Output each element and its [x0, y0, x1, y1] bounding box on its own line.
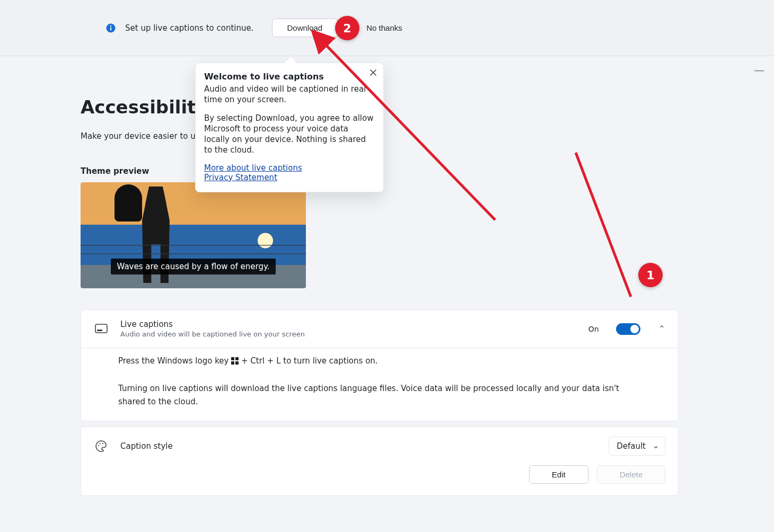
detail-text: + Ctrl + L to turn live captions on.: [241, 356, 378, 366]
theme-preview: Waves are caused by a flow of energy.: [81, 182, 306, 288]
toggle-state-label: On: [588, 325, 599, 333]
popover-title: Welcome to live captions: [204, 72, 375, 82]
svg-rect-3: [95, 324, 107, 333]
download-button[interactable]: Download: [272, 19, 338, 37]
svg-rect-1: [110, 27, 111, 30]
annotation-step-2: 2: [335, 16, 359, 40]
svg-point-9: [98, 445, 99, 446]
live-captions-toggle[interactable]: [616, 323, 640, 335]
banner-text: Set up live captions to continue.: [125, 23, 254, 33]
privacy-link[interactable]: Privacy Statement: [204, 173, 375, 182]
caption-style-select[interactable]: Default: [609, 437, 665, 456]
no-thanks-button[interactable]: No thanks: [351, 19, 417, 37]
preview-caption: Waves are caused by a flow of energy.: [111, 259, 276, 274]
preview-railing: [81, 253, 306, 254]
close-icon[interactable]: [370, 68, 377, 78]
svg-rect-5: [231, 357, 234, 360]
annotation-step-1: 1: [638, 263, 663, 287]
detail-text: Turning on live captions will download t…: [118, 382, 641, 409]
select-value: Default: [617, 441, 646, 451]
detail-text: Press the Windows logo key: [118, 356, 228, 366]
palette-icon: [94, 440, 109, 452]
theme-preview-label: Theme preview: [81, 166, 753, 176]
breadcrumb: Accessibility ›: [81, 96, 753, 118]
page-title: Accessibility: [81, 96, 208, 118]
caption-style-title: Caption style: [120, 441, 597, 451]
live-captions-details: Press the Windows logo key + Ctrl + L to…: [81, 348, 678, 421]
popover-text: Audio and video will be captioned in rea…: [204, 84, 375, 105]
windows-key-icon: [231, 356, 239, 369]
live-captions-title: Live captions: [120, 320, 577, 329]
svg-rect-4: [97, 330, 102, 331]
live-captions-desc: Audio and video will be captioned live o…: [120, 330, 577, 338]
svg-point-11: [102, 442, 103, 444]
popover-text: By selecting Download, you agree to allo…: [204, 113, 375, 156]
welcome-popover: Welcome to live captions Audio and video…: [195, 63, 384, 192]
chevron-up-icon[interactable]: ⌃: [658, 324, 665, 334]
svg-rect-8: [235, 361, 239, 365]
page-subtitle: Make your device easier to use: [81, 131, 753, 141]
delete-button: Delete: [597, 465, 665, 484]
svg-point-10: [100, 442, 101, 444]
svg-point-2: [110, 25, 111, 26]
caption-style-card: Caption style Default Edit Delete: [81, 427, 679, 496]
preview-backpack: [115, 184, 142, 221]
captions-icon: [94, 324, 109, 334]
edit-button[interactable]: Edit: [529, 465, 588, 484]
info-icon: [106, 23, 116, 33]
setup-banner: Set up live captions to continue. Downlo…: [0, 0, 774, 56]
svg-rect-6: [235, 357, 239, 360]
live-captions-card: Live captions Audio and video will be ca…: [81, 309, 679, 421]
preview-railing: [81, 245, 306, 246]
minimize-icon[interactable]: —: [754, 64, 764, 76]
svg-rect-7: [231, 361, 234, 365]
more-about-link[interactable]: More about live captions: [204, 163, 375, 173]
